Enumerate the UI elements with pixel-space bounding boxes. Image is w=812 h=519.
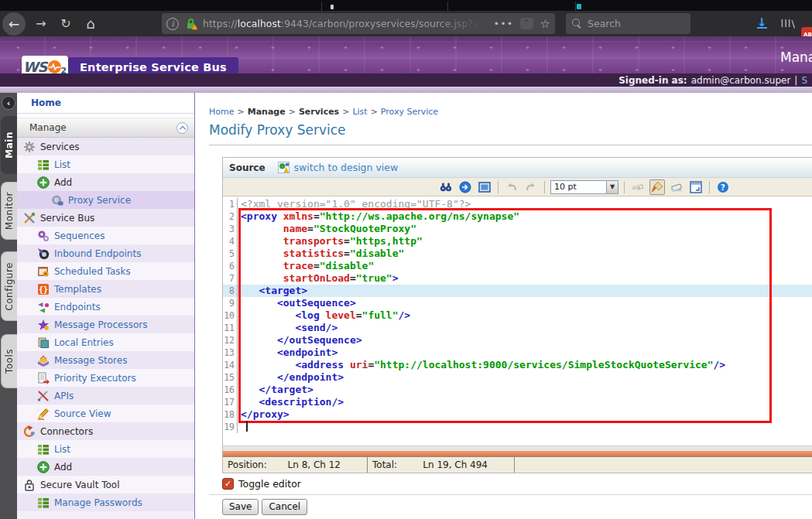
search-binoculars-icon[interactable] xyxy=(438,179,454,195)
toggle-editor-row: ✓ Toggle editor xyxy=(222,478,301,490)
sidebar-item-priority-executors[interactable]: Priority Executors xyxy=(17,369,194,387)
list-icon xyxy=(37,159,50,171)
sidebar-item-message-stores[interactable]: Message Stores xyxy=(17,351,194,369)
undo-icon[interactable] xyxy=(504,179,519,195)
font-size-select[interactable]: 10 pt ▼ xyxy=(550,180,618,194)
code-editor[interactable]: 1<?xml version="1.0" encoding="UTF-8"?>2… xyxy=(223,196,812,446)
hscroll-track[interactable] xyxy=(223,446,812,451)
sidebar-item-label: Endpoints xyxy=(54,302,101,312)
breadcrumb: Home>Manage>Services>List>Proxy Service xyxy=(209,107,438,117)
code-line-12[interactable]: 12 </outSequence> xyxy=(223,334,812,347)
code-line-1[interactable]: 1<?xml version="1.0" encoding="UTF-8"?> xyxy=(223,198,812,210)
code-line-10[interactable]: 10 <log level="full"/> xyxy=(223,309,812,322)
code-line-19[interactable]: 19 xyxy=(223,421,812,433)
sidebar-item-label: Priority Executors xyxy=(54,373,136,384)
sidebar-item-label: List xyxy=(54,159,70,170)
manage-section-header[interactable]: Manage xyxy=(17,118,194,138)
back-icon[interactable]: ← xyxy=(2,12,26,36)
word-wrap-icon[interactable]: ab xyxy=(630,179,646,195)
code-line-13[interactable]: 13 <endpoint> xyxy=(223,347,812,359)
code-line-8[interactable]: 8 <target> xyxy=(223,285,812,297)
breadcrumb-separator: > xyxy=(289,107,296,117)
line-number: 11 xyxy=(223,322,238,334)
switch-to-design-view-link[interactable]: switch to design view xyxy=(294,162,399,173)
sidebar-item-local-entries[interactable]: Local Entries xyxy=(17,333,194,351)
code-line-16[interactable]: 16 </target> xyxy=(223,384,812,396)
library-icon[interactable]: lll\ xyxy=(781,18,796,29)
code-line-2[interactable]: 2<proxy xmlns="http://ws.apache.org/ns/s… xyxy=(223,210,812,223)
sidebar-item-manage-passwords[interactable]: Manage Passwords xyxy=(17,493,194,511)
region-tab-monitor[interactable]: Monitor xyxy=(1,182,17,240)
home-icon[interactable]: ⌂ xyxy=(81,15,100,33)
sidebar-item-secure-vault-tool[interactable]: Secure Vault Tool xyxy=(17,476,194,493)
goto-line-icon[interactable] xyxy=(457,179,473,195)
sidebar-item-home[interactable]: Home xyxy=(17,93,194,114)
region-tab-tools[interactable]: Tools xyxy=(1,334,17,388)
code-line-14[interactable]: 14 <address uri="http://localhost:9000/s… xyxy=(223,359,812,371)
sidebar-item-endpoints[interactable]: Endpoints xyxy=(17,298,194,316)
sidebar-item-inbound-endpoints[interactable]: Inbound Endpoints xyxy=(17,244,194,262)
sidebar-item-sequences[interactable]: Sequences xyxy=(17,227,194,244)
sidebar-item-source-view[interactable]: Source View xyxy=(17,405,194,422)
code-line-4[interactable]: 4 transports="https,http" xyxy=(223,235,812,248)
code-line-5[interactable]: 5 statistics="disable" xyxy=(223,248,812,260)
list-icon xyxy=(37,443,50,456)
sidebar-item-scheduled-tasks[interactable]: Scheduled Tasks xyxy=(17,262,194,280)
sidebar-item-message-processors[interactable]: Message Processors xyxy=(17,316,194,333)
sidebar-item-label: Scheduled Tasks xyxy=(54,266,131,277)
cancel-button[interactable]: Cancel xyxy=(262,499,307,515)
toggle-editor-checkbox[interactable]: ✓ xyxy=(222,478,234,490)
sidebar-item-list[interactable]: List xyxy=(17,440,194,458)
sidebar-item-templates[interactable]: {}Templates xyxy=(17,280,194,298)
help-icon[interactable]: ? xyxy=(715,179,731,195)
lock-icon xyxy=(23,479,36,491)
collapse-chevron-icon[interactable] xyxy=(176,122,188,134)
redo-icon[interactable] xyxy=(523,179,539,195)
code-line-3[interactable]: 3 name="StockQuoteProxy" xyxy=(223,223,812,235)
breadcrumb-proxy-service[interactable]: Proxy Service xyxy=(381,107,438,117)
page-actions-icon[interactable]: ••• xyxy=(494,19,514,29)
code-line-18[interactable]: 18</proxy> xyxy=(223,408,812,421)
stores-icon xyxy=(37,354,50,367)
highlight-panel-icon[interactable] xyxy=(688,179,704,195)
code-line-9[interactable]: 9 <outSequence> xyxy=(223,297,812,309)
pocket-icon[interactable]: ˅ xyxy=(520,18,533,29)
sidebar-item-apis[interactable]: APIs xyxy=(17,387,194,405)
code-line-11[interactable]: 11 <send/> xyxy=(223,322,812,334)
sidebar-item-list[interactable]: List xyxy=(17,155,194,173)
logo-ws-text: WS xyxy=(23,59,47,75)
hscroll-thumb[interactable] xyxy=(223,451,812,456)
sidebar-item-add[interactable]: Add xyxy=(17,458,194,476)
code-text: </target> xyxy=(238,384,313,396)
code-line-6[interactable]: 6 trace="disable" xyxy=(223,260,812,272)
region-tab-configure[interactable]: Configure xyxy=(1,251,17,321)
search-bar[interactable]: Search xyxy=(566,13,690,34)
home-link[interactable]: Home xyxy=(31,97,61,108)
reload-icon[interactable]: ↻ xyxy=(57,15,75,33)
info-icon[interactable]: i xyxy=(166,18,179,30)
url-bar[interactable]: i https://localhost:9443/carbon/proxyser… xyxy=(162,13,555,34)
sidebar-item-connectors[interactable]: Connectors xyxy=(17,422,194,440)
region-tab-main[interactable]: Main xyxy=(1,116,17,174)
sidebar-item-proxy-service[interactable]: Proxy Service xyxy=(17,191,194,209)
save-button[interactable]: Save xyxy=(222,499,259,515)
code-line-15[interactable]: 15 </endpoint> xyxy=(223,371,812,384)
breadcrumb-home[interactable]: Home xyxy=(209,107,234,117)
sidebar-item-add[interactable]: Add xyxy=(17,173,194,191)
insecure-lock-icon[interactable] xyxy=(185,18,197,30)
syntax-highlight-brush-icon[interactable] xyxy=(649,179,665,195)
fullscreen-icon[interactable] xyxy=(477,179,492,195)
sidebar-item-services[interactable]: Services xyxy=(17,138,194,155)
templates-icon: {} xyxy=(37,283,50,295)
sidebar-collapse-icon[interactable]: ‹ xyxy=(2,96,15,110)
forward-icon[interactable]: → xyxy=(32,15,50,33)
code-line-7[interactable]: 7 startOnLoad="true"> xyxy=(223,272,812,285)
sign-out-link[interactable]: S xyxy=(801,75,807,86)
bookmark-star-icon[interactable]: ☆ xyxy=(540,17,550,31)
eraser-icon[interactable] xyxy=(669,179,684,195)
breadcrumb-list[interactable]: List xyxy=(352,107,367,117)
browser-tab-bar[interactable] xyxy=(0,0,812,11)
download-icon[interactable]: ↓ xyxy=(757,19,767,29)
sidebar-item-service-bus[interactable]: Service Bus xyxy=(17,209,194,227)
code-line-17[interactable]: 17 <description/> xyxy=(223,396,812,408)
